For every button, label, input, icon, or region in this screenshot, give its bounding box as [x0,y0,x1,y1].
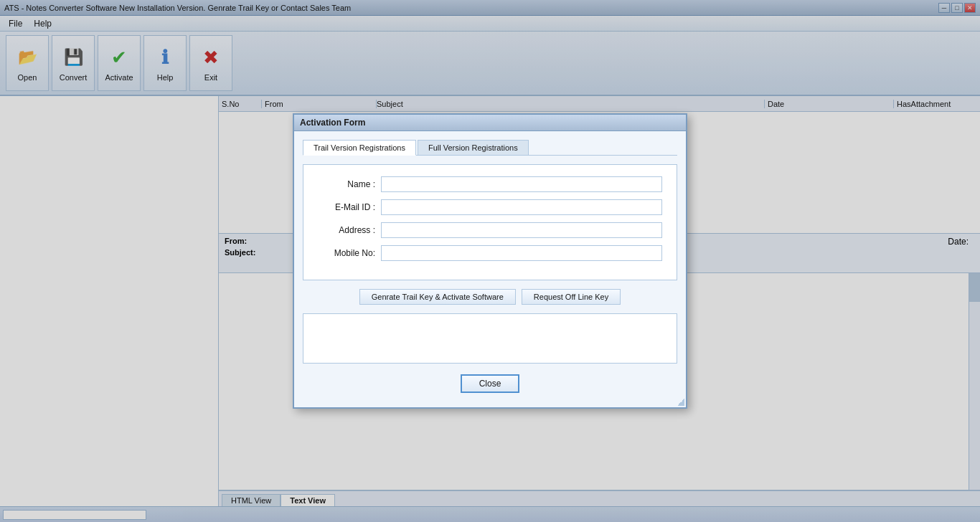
resize-handle[interactable] [677,399,684,406]
activation-dialog: Activation Form Trail Version Registrati… [293,113,687,409]
form-row-name: Name : [318,176,662,192]
name-input[interactable] [381,176,662,192]
tab-trail-version[interactable]: Trail Version Registrations [303,140,416,156]
form-row-email: E-Mail ID : [318,199,662,215]
close-button-row: Close [303,374,677,399]
form-area: Name : E-Mail ID : Address : Mobile No: [303,164,677,280]
result-textarea[interactable] [303,313,677,364]
modal-title-bar: Activation Form [294,115,686,131]
mobile-input[interactable] [381,245,662,261]
email-label: E-Mail ID : [318,202,375,212]
action-buttons: Genrate Trail Key & Activate Software Re… [303,289,677,305]
modal-body: Trail Version Registrations Full Version… [294,131,686,407]
address-label: Address : [318,225,375,235]
offline-key-button[interactable]: Request Off Line Key [522,289,621,305]
email-input[interactable] [381,199,662,215]
tab-full-version[interactable]: Full Version Registrations [418,140,529,155]
generate-key-button[interactable]: Genrate Trail Key & Activate Software [359,289,516,305]
modal-overlay: Activation Form Trail Version Registrati… [0,0,980,522]
mobile-label: Mobile No: [318,248,375,258]
form-row-address: Address : [318,222,662,238]
modal-title: Activation Form [300,118,365,128]
name-label: Name : [318,179,375,189]
address-input[interactable] [381,222,662,238]
modal-tabs: Trail Version Registrations Full Version… [303,140,677,156]
close-dialog-button[interactable]: Close [461,374,520,393]
form-row-mobile: Mobile No: [318,245,662,261]
